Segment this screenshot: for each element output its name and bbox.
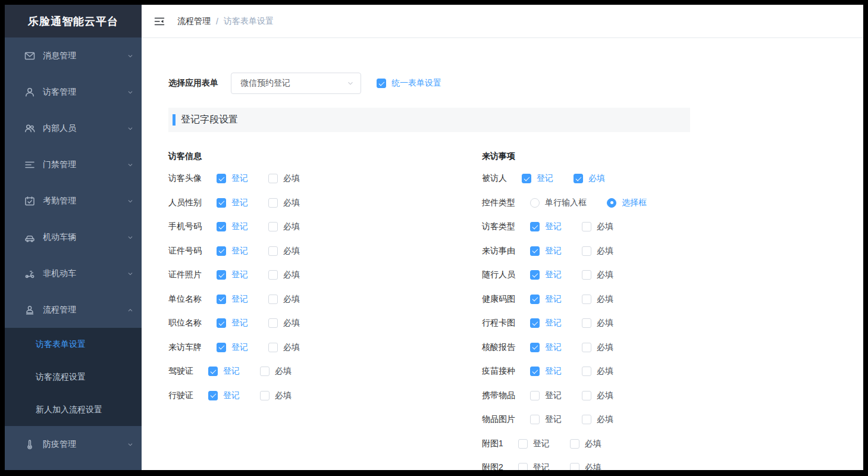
register-checkbox[interactable]: 登记: [518, 439, 550, 449]
register-checkbox[interactable]: 登记: [208, 390, 240, 401]
field-name: 携带物品: [482, 390, 515, 401]
user-icon: [24, 86, 36, 98]
field-name: 附图2: [482, 462, 503, 470]
sidebar-item-label: 内部人员: [43, 123, 126, 134]
required-checkbox[interactable]: 必填: [570, 439, 601, 449]
register-checkbox[interactable]: 登记: [530, 366, 562, 377]
checkbox-icon: [582, 270, 591, 280]
required-checkbox[interactable]: 必填: [582, 414, 613, 425]
field-name: 证件号码: [168, 246, 202, 256]
sidebar-subitem-active[interactable]: 访客表单设置: [5, 328, 142, 361]
field-name: 手机号码: [168, 221, 202, 232]
register-checkbox[interactable]: 登记: [217, 221, 248, 232]
sidebar-subitem[interactable]: 访客流程设置: [5, 361, 142, 393]
envelope-icon: [24, 50, 36, 62]
page-content: 选择应用表单 微信预约登记 统一表单设置 登记字段设置 访客信息: [142, 38, 863, 470]
sidebar-item[interactable]: 考勤管理: [5, 183, 142, 219]
field-row: 行驶证登记必填: [168, 384, 482, 408]
sidebar-item[interactable]: 访客管理: [5, 74, 142, 110]
register-checkbox[interactable]: 登记: [530, 318, 562, 328]
required-label: 必填: [283, 318, 300, 328]
register-checkbox[interactable]: 登记: [518, 462, 550, 470]
sidebar-item[interactable]: 防疫管理: [5, 426, 142, 462]
register-label: 登记: [545, 366, 562, 377]
checkbox-icon: [582, 295, 591, 304]
sidebar-item[interactable]: 机动车辆: [5, 219, 142, 255]
register-checkbox[interactable]: 登记: [217, 198, 248, 208]
sidebar-subitem[interactable]: 新人加入流程设置: [5, 393, 142, 426]
register-checkbox[interactable]: 登记: [530, 270, 562, 280]
required-checkbox[interactable]: 必填: [268, 270, 300, 280]
collapse-sidebar-icon[interactable]: [153, 15, 165, 27]
required-checkbox[interactable]: 必填: [268, 246, 300, 256]
breadcrumb-parent[interactable]: 流程管理: [177, 16, 211, 27]
control-type-radio[interactable]: 单行输入框: [530, 198, 587, 208]
required-checkbox[interactable]: 必填: [570, 462, 601, 470]
sidebar-item[interactable]: 门禁管理: [5, 146, 142, 183]
required-checkbox[interactable]: 必填: [582, 270, 613, 280]
unified-form-checkbox[interactable]: 统一表单设置: [377, 78, 441, 89]
register-checkbox[interactable]: 登记: [217, 173, 248, 184]
app-form-select-value: 微信预约登记: [240, 78, 346, 89]
checkbox-checked-icon: [530, 343, 540, 352]
required-checkbox[interactable]: 必填: [582, 221, 613, 232]
required-checkbox[interactable]: 必填: [268, 318, 300, 328]
required-checkbox[interactable]: 必填: [268, 342, 300, 353]
register-checkbox[interactable]: 登记: [217, 294, 248, 305]
register-label: 登记: [545, 246, 562, 256]
register-checkbox[interactable]: 登记: [217, 270, 248, 280]
required-checkbox[interactable]: 必填: [582, 294, 613, 305]
control-type-radio[interactable]: 选择框: [607, 198, 647, 208]
checkbox-icon: [268, 222, 278, 231]
required-label: 必填: [283, 198, 300, 208]
required-checkbox[interactable]: 必填: [268, 294, 300, 305]
register-checkbox[interactable]: 登记: [530, 390, 562, 401]
required-checkbox[interactable]: 必填: [582, 318, 613, 328]
register-checkbox[interactable]: 登记: [217, 246, 248, 256]
required-checkbox[interactable]: 必填: [268, 173, 300, 184]
required-label: 必填: [585, 439, 601, 449]
register-label: 登记: [545, 342, 562, 353]
register-checkbox[interactable]: 登记: [530, 342, 562, 353]
register-checkbox[interactable]: 登记: [217, 342, 248, 353]
required-checkbox[interactable]: 必填: [268, 221, 300, 232]
register-label: 登记: [545, 318, 562, 328]
topbar: 流程管理 / 访客表单设置: [142, 5, 863, 38]
checkbox-checked-icon: [530, 318, 540, 328]
checkbox-icon: [582, 246, 591, 256]
field-name: 来访事由: [482, 246, 515, 256]
checkbox-icon: [260, 391, 270, 400]
register-label: 登记: [223, 366, 240, 377]
required-label: 必填: [597, 221, 613, 232]
calendar-check-icon: [24, 195, 36, 207]
app-window: 乐脸通智能云平台 消息管理访客管理内部人员门禁管理考勤管理机动车辆非机动车流程管…: [5, 5, 863, 470]
register-checkbox[interactable]: 登记: [522, 173, 553, 184]
chevron-down-icon: [126, 233, 134, 242]
required-checkbox[interactable]: 必填: [582, 246, 613, 256]
checkbox-checked-icon: [217, 174, 226, 183]
section-accent-bar: [173, 114, 176, 126]
register-checkbox[interactable]: 登记: [530, 294, 562, 305]
sidebar-item[interactable]: 内部人员: [5, 110, 142, 146]
required-checkbox[interactable]: 必填: [582, 390, 613, 401]
required-checkbox[interactable]: 必填: [582, 342, 613, 353]
required-checkbox[interactable]: 必填: [260, 390, 292, 401]
register-checkbox[interactable]: 登记: [217, 318, 248, 328]
required-checkbox[interactable]: 必填: [260, 366, 292, 377]
register-label: 登记: [231, 198, 248, 208]
register-label: 登记: [231, 318, 248, 328]
sidebar-item[interactable]: 流程管理: [5, 292, 142, 328]
required-checkbox[interactable]: 必填: [582, 366, 613, 377]
register-checkbox[interactable]: 登记: [530, 246, 562, 256]
checkbox-checked-icon: [217, 343, 226, 352]
sidebar-item[interactable]: 消息管理: [5, 37, 142, 74]
required-checkbox[interactable]: 必填: [268, 198, 300, 208]
app-form-select[interactable]: 微信预约登记: [231, 73, 361, 94]
required-checkbox[interactable]: 必填: [574, 173, 605, 184]
register-checkbox[interactable]: 登记: [208, 366, 240, 377]
register-checkbox[interactable]: 登记: [530, 414, 562, 425]
sidebar-item[interactable]: 非机动车: [5, 255, 142, 292]
register-checkbox[interactable]: 登记: [530, 221, 562, 232]
field-row: 行程卡图登记必填: [482, 311, 863, 336]
field-row: 证件照片登记必填: [168, 263, 482, 287]
